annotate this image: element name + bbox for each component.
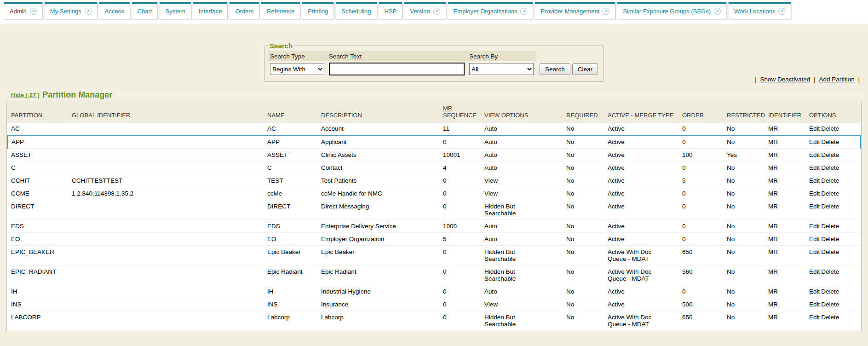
nav-tab-system[interactable]: System (159, 2, 191, 19)
add-partition-link[interactable]: Add Partition (819, 76, 854, 83)
delete-link[interactable]: Delete (821, 236, 839, 242)
popup-icon[interactable]: ↗ (30, 8, 37, 15)
cell-identifier: MR (765, 174, 805, 187)
nav-tab-my-settings[interactable]: My Settings↗ (44, 2, 98, 19)
nav-tab-provider-management[interactable]: Provider Management↗ (535, 2, 615, 19)
cell-name: Epic Radiant (264, 265, 317, 285)
delete-link[interactable]: Delete (821, 288, 839, 295)
delete-link[interactable]: Delete (821, 138, 839, 145)
sort-required[interactable]: REQUIRED (566, 112, 598, 119)
nav-tab-printing[interactable]: Printing (302, 2, 334, 19)
cell-order: 0 (678, 200, 723, 220)
edit-link[interactable]: Edit (809, 248, 820, 255)
delete-link[interactable]: Delete (821, 314, 839, 321)
cell-restricted: No (723, 298, 765, 311)
edit-link[interactable]: Edit (809, 314, 820, 321)
nav-tab-work-locations[interactable]: Work Locations↗ (728, 2, 791, 19)
search-button[interactable]: Search (540, 63, 570, 75)
cell-restricted: No (723, 265, 765, 285)
edit-link[interactable]: Edit (809, 164, 820, 171)
cell-name: EO (264, 233, 317, 246)
popup-icon[interactable]: ↗ (714, 8, 721, 15)
delete-link[interactable]: Delete (821, 301, 839, 308)
edit-link[interactable]: Edit (809, 177, 820, 184)
edit-link[interactable]: Edit (809, 288, 820, 295)
nav-tab-version[interactable]: Version↗ (404, 2, 446, 19)
cell-description: Enterprise Delivery Service (317, 220, 439, 233)
sort-global-identifier[interactable]: GLOBAL IDENTIFIER (72, 112, 130, 119)
nav-tab-reference[interactable]: Reference (261, 2, 300, 19)
delete-link[interactable]: Delete (821, 151, 839, 158)
edit-link[interactable]: Edit (809, 223, 820, 230)
sort-description[interactable]: DESCRIPTION (321, 112, 362, 119)
search-text-input[interactable] (329, 63, 465, 75)
sort-view-options[interactable]: VIEW OPTIONS (484, 112, 528, 119)
delete-link[interactable]: Delete (821, 248, 839, 255)
cell-active-merge-type-text: Active (608, 288, 625, 295)
nav-tab-access[interactable]: Access (99, 2, 130, 19)
table-row-cchit[interactable]: CCHITCCHITTESTTESTTESTTest Patients0View… (7, 174, 861, 187)
edit-link[interactable]: Edit (809, 190, 820, 197)
popup-icon[interactable]: ↗ (433, 8, 440, 15)
table-row-eds[interactable]: EDSEDSEnterprise Delivery Service1000Aut… (7, 220, 861, 233)
show-deactivated-link[interactable]: Show Deactivated (760, 76, 811, 83)
delete-link[interactable]: Delete (821, 268, 839, 275)
table-row-c[interactable]: CCContact4AutoNoActive0NoMREditDelete (7, 161, 861, 174)
cell-name: IH (264, 285, 317, 298)
edit-link[interactable]: Edit (809, 268, 820, 275)
sort-mr-sequence[interactable]: MR SEQUENCE (443, 105, 477, 119)
nav-tab-similar-exposure-groups-segs[interactable]: Similar Exposure Groups (SEGs)↗ (617, 2, 727, 19)
popup-icon[interactable]: ↗ (778, 8, 785, 15)
search-type-select[interactable]: Begins With (270, 63, 324, 75)
delete-link[interactable]: Delete (821, 177, 839, 184)
edit-link[interactable]: Edit (809, 151, 820, 158)
sort-active-merge-type[interactable]: ACTIVE - MERGE TYPE (608, 112, 674, 119)
cell-mr-sequence: 0 (439, 285, 481, 298)
cell-required: No (563, 246, 604, 265)
hide-section-link[interactable]: Hide ( 27 ) (11, 92, 40, 98)
delete-link[interactable]: Delete (821, 203, 839, 210)
table-row-eo[interactable]: EOEOEmployer Organization5AutoNoActive0N… (7, 233, 861, 246)
nav-tab-interface[interactable]: Interface (193, 2, 228, 19)
edit-link[interactable]: Edit (809, 301, 820, 308)
table-row-ih[interactable]: IHIHIndustrial Hygiene0AutoNoActive0NoMR… (7, 285, 861, 298)
delete-link[interactable]: Delete (821, 125, 839, 132)
nav-tab-employer-organizations[interactable]: Employer Organizations↗ (448, 2, 534, 19)
table-row-ccme[interactable]: CCME1.2.840.114398.1.35.2ccMeccMe Handle… (7, 187, 861, 200)
sort-order[interactable]: ORDER (682, 112, 704, 119)
table-row-epic_radiant[interactable]: EPIC_RADIANTEpic RadiantEpic Radiant0Hid… (7, 265, 861, 285)
table-row-epic_beaker[interactable]: EPIC_BEAKEREpic BeakerEpic Beaker0Hidden… (7, 246, 861, 265)
search-by-select[interactable]: All (469, 63, 534, 75)
nav-tab-scheduling[interactable]: Scheduling (335, 2, 377, 19)
popup-icon[interactable]: ↗ (85, 8, 92, 15)
table-row-asset[interactable]: ASSETASSETClinic Assets10001AutoNoActive… (7, 149, 861, 161)
nav-tab-hsp[interactable]: HSP (379, 2, 403, 19)
clear-button[interactable]: Clear (572, 63, 598, 75)
nav-tab-admin[interactable]: Admin↗ (4, 2, 43, 19)
cell-view-options-text: Auto (484, 125, 497, 132)
popup-icon[interactable]: ↗ (603, 8, 609, 15)
delete-link[interactable]: Delete (821, 190, 839, 197)
nav-tab-label: Employer Organizations (454, 8, 517, 15)
edit-link[interactable]: Edit (809, 203, 820, 210)
table-row-direct[interactable]: DIRECTDIRECTDirect Messaging0Hidden But … (7, 200, 861, 220)
table-row-app[interactable]: APPAPPApplicant0AutoNoActive0NoMREditDel… (7, 135, 861, 149)
nav-tab-orders[interactable]: Orders (229, 2, 259, 19)
nav-tab-label: System (165, 8, 185, 15)
sort-partition[interactable]: PARTITION (11, 112, 42, 119)
nav-tab-label: Admin (10, 8, 27, 15)
table-row-labcorp[interactable]: LABCORPLabcorpLabcorp0Hidden But Searcha… (7, 311, 861, 331)
table-row-ac[interactable]: ACACAccount11AutoNoActive0NoMREditDelete (7, 122, 861, 136)
nav-tab-chart[interactable]: Chart (132, 2, 158, 19)
edit-link[interactable]: Edit (809, 236, 820, 242)
sort-restricted[interactable]: RESTRICTED (727, 112, 765, 119)
separator: | (755, 76, 757, 83)
popup-icon[interactable]: ↗ (520, 8, 527, 15)
edit-link[interactable]: Edit (809, 125, 820, 132)
delete-link[interactable]: Delete (821, 164, 839, 171)
edit-link[interactable]: Edit (809, 138, 820, 145)
sort-name[interactable]: NAME (267, 112, 285, 119)
table-row-ins[interactable]: INSINSInsurance0ViewNoActive500NoMREditD… (7, 298, 861, 311)
delete-link[interactable]: Delete (821, 223, 839, 230)
sort-identifier[interactable]: IDENTIFIER (768, 112, 801, 119)
